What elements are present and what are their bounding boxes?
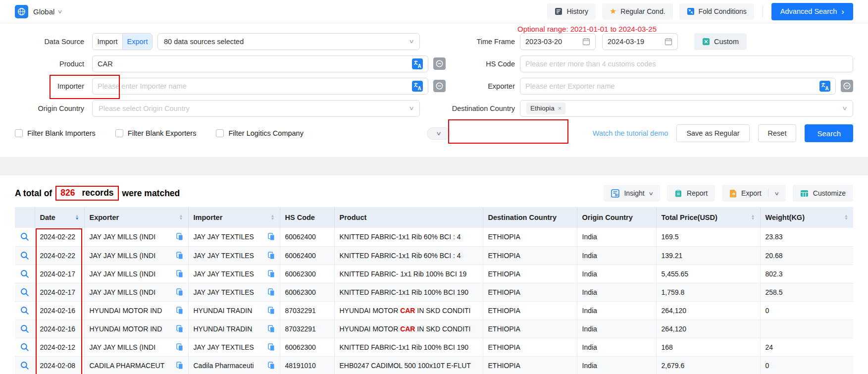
remove-tag-icon[interactable]: × [558, 105, 562, 112]
customize-button[interactable]: Customize [793, 185, 853, 202]
data-source-toggle: Import Export [92, 33, 153, 50]
results-section: A total of 826 records were matched BI I… [0, 175, 868, 374]
sort-icon[interactable]: ▲▼ [176, 214, 183, 220]
row-detail-search-icon[interactable] [20, 343, 30, 352]
save-as-regular-button[interactable]: Save as Regular [676, 124, 749, 142]
row-detail-search-icon[interactable] [20, 251, 30, 260]
results-summary: A total of 826 records were matched [15, 186, 180, 201]
chevron-down-icon[interactable]: ∨ [774, 191, 779, 196]
cell-exporter: JAY JAY MILLS (INDI [84, 338, 188, 356]
sort-icon[interactable]: ▲▼ [268, 214, 275, 220]
report-button[interactable]: Report [667, 185, 715, 202]
exclude-icon[interactable] [433, 57, 446, 70]
exporter-input[interactable] [525, 82, 819, 90]
end-date-input[interactable] [608, 38, 664, 46]
cell-hs-code: 87032291 [280, 320, 334, 338]
translate-icon[interactable]: A [412, 58, 423, 69]
importer-field[interactable]: A [92, 78, 428, 95]
sort-icon[interactable]: ▲▼ [841, 214, 848, 220]
copy-icon[interactable] [172, 252, 183, 260]
filter-blank-importers-checkbox[interactable]: Filter Blank Importers [15, 129, 96, 137]
exporter-field[interactable]: A [520, 78, 836, 95]
fold-icon [687, 7, 695, 15]
insight-icon: BI [611, 189, 619, 198]
copy-icon[interactable] [172, 325, 183, 333]
chevron-right-icon: › [841, 7, 844, 16]
copy-icon[interactable] [264, 252, 275, 260]
row-detail-search-icon[interactable] [20, 232, 30, 241]
tutorial-link[interactable]: Watch the tutorial demo [593, 129, 668, 137]
import-toggle-button[interactable]: Import [93, 34, 122, 50]
cell-hs-code: 87032291 [280, 301, 334, 320]
exclude-icon[interactable] [433, 80, 446, 92]
row-detail-search-icon[interactable] [20, 269, 30, 278]
checkbox-icon[interactable] [216, 129, 224, 137]
column-header[interactable]: Total Price(USD)▲▼ [656, 207, 760, 228]
copy-icon[interactable] [172, 288, 183, 296]
copy-icon[interactable] [172, 343, 183, 351]
chevron-down-icon: ∨ [408, 38, 414, 45]
chevron-down-icon[interactable]: ∨ [57, 8, 63, 15]
calendar-icon[interactable] [664, 38, 672, 46]
column-header[interactable]: Weight(KG)▲▼ [760, 207, 853, 228]
copy-icon[interactable] [264, 362, 275, 370]
row-detail-search-icon[interactable] [20, 361, 30, 370]
column-header[interactable]: Date▲▼ [35, 207, 84, 228]
copy-icon[interactable] [264, 288, 275, 296]
importer-input[interactable] [98, 82, 412, 90]
region-selector-label[interactable]: Global [33, 7, 54, 16]
destination-country-select[interactable]: Ethiopia × ∨ [520, 100, 853, 117]
summary-prefix: A total of [15, 188, 52, 199]
cell-product: EHB0247 CADIMOL 500 100x10T E-FLUT [334, 356, 483, 374]
cell-destination-country: ETHIOPIA [483, 356, 577, 374]
export-toggle-button[interactable]: Export [122, 34, 152, 50]
row-detail-search-icon[interactable] [20, 288, 30, 297]
copy-icon[interactable] [264, 343, 275, 351]
regular-cond-button[interactable]: ★ Regular Cond. [602, 3, 673, 20]
filter-logitics-company-checkbox[interactable]: Filter Logitics Company [216, 129, 304, 137]
copy-icon[interactable] [172, 270, 183, 278]
advanced-search-button[interactable]: Advanced Search › [771, 3, 853, 20]
filter-label: Filter Logitics Company [228, 129, 304, 137]
end-date-field[interactable] [602, 33, 678, 50]
column-header[interactable]: Exporter▲▼ [84, 207, 188, 228]
column-label: Destination Country [488, 214, 557, 221]
column-header[interactable]: Importer▲▼ [188, 207, 280, 228]
hs-code-input[interactable] [525, 60, 848, 68]
filter-blank-exporters-checkbox[interactable]: Filter Blank Exporters [115, 129, 197, 137]
start-date-input[interactable] [525, 38, 582, 46]
copy-icon[interactable] [264, 307, 275, 315]
reset-button[interactable]: Reset [758, 124, 797, 142]
insight-button[interactable]: BI Insight ∨ [604, 185, 660, 202]
row-detail-search-icon[interactable] [20, 324, 30, 333]
copy-icon[interactable] [264, 325, 275, 333]
search-button[interactable]: Search [805, 124, 853, 142]
row-detail-search-icon[interactable] [20, 306, 30, 315]
cell-destination-country: ETHIOPIA [483, 228, 577, 246]
copy-icon[interactable] [172, 233, 183, 241]
fold-conditions-button[interactable]: Fold Conditions [679, 3, 754, 20]
custom-range-button[interactable]: Custom [694, 33, 747, 50]
checkbox-icon[interactable] [15, 129, 23, 137]
copy-icon[interactable] [172, 362, 183, 370]
collapse-form-button[interactable]: ∨ [427, 127, 451, 140]
product-input[interactable] [98, 60, 412, 68]
exclude-icon[interactable] [841, 80, 853, 92]
copy-icon[interactable] [264, 233, 275, 241]
export-button[interactable]: Export ∨ [722, 185, 786, 202]
product-field[interactable]: A [92, 55, 428, 72]
sort-icon[interactable]: ▲▼ [748, 214, 755, 220]
start-date-field[interactable] [520, 33, 596, 50]
history-button[interactable]: History [547, 3, 596, 20]
origin-country-select[interactable]: Please select Origin Country ∨ [92, 100, 420, 117]
copy-icon[interactable] [172, 307, 183, 315]
translate-icon[interactable]: A [412, 81, 423, 92]
copy-icon[interactable] [264, 270, 275, 278]
app-logo[interactable] [15, 5, 28, 18]
data-source-select[interactable]: 80 data sources selected ∨ [157, 33, 420, 50]
hs-code-field[interactable] [520, 55, 853, 72]
translate-icon[interactable]: A [819, 81, 830, 92]
sort-icon[interactable]: ▲▼ [72, 214, 79, 220]
checkbox-icon[interactable] [115, 129, 123, 137]
calendar-icon[interactable] [582, 38, 590, 46]
